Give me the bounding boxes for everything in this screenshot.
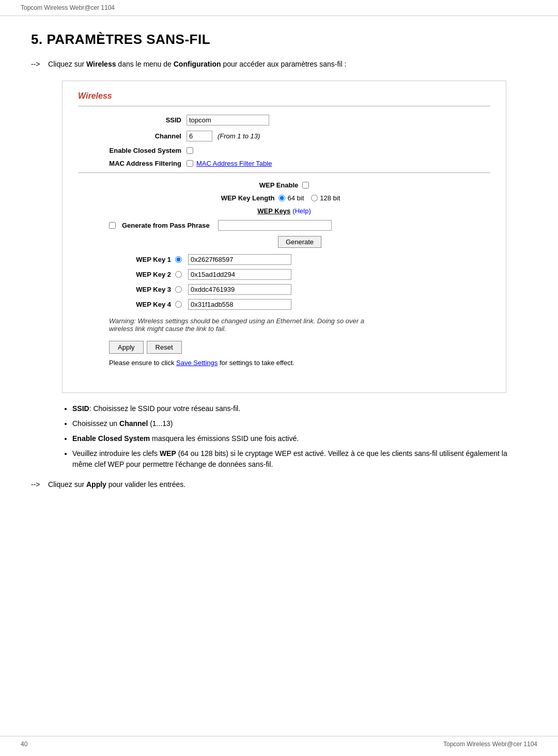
warning-text: Warning: Wireless settings should be cha… xyxy=(109,317,367,333)
wep-64bit-option: 64 bit xyxy=(278,194,304,202)
bullet-wep-text: Veuillez introduire les clefs xyxy=(72,449,160,458)
divider-middle xyxy=(78,172,490,173)
wep-key-4-radio[interactable] xyxy=(175,301,182,308)
page-title: 5. PARAMÈTRES SANS-FIL xyxy=(31,32,527,48)
wep-keys-row: WEP Keys (Help) xyxy=(78,207,490,215)
wep-keys-label: WEP Keys xyxy=(257,207,290,215)
wep-key-1-label: WEP Key 1 xyxy=(78,256,171,263)
footer-page-number: 40 xyxy=(21,741,27,748)
wep-enable-label: WEP Enable xyxy=(259,181,299,189)
wep-key-4-input[interactable] xyxy=(188,299,291,310)
generate-btn-row: Generate xyxy=(109,236,490,248)
wep-key-1-row: WEP Key 1 xyxy=(78,254,490,265)
intro-text-before: Cliquez sur xyxy=(48,60,86,68)
closed-system-row: Enable Closed System xyxy=(78,147,490,154)
bullet-closed-bold: Enable Closed System xyxy=(72,434,150,443)
bullet-channel-range: (1...13) xyxy=(148,419,173,428)
intro-text-after: pour accéder aux paramètres sans-fil : xyxy=(221,60,347,68)
wep-128bit-radio[interactable] xyxy=(311,195,318,201)
outro-arrow: --> xyxy=(31,480,40,489)
channel-hint: (From 1 to 13) xyxy=(218,132,260,140)
bullet-channel-text: Choisissez un xyxy=(72,419,119,428)
wep-key-3-radio[interactable] xyxy=(175,286,182,293)
closed-system-checkbox[interactable] xyxy=(187,147,193,154)
wep-128bit-option: 128 bit xyxy=(311,194,340,202)
channel-label: Channel xyxy=(78,132,181,140)
wep-key-4-row: WEP Key 4 xyxy=(78,299,490,310)
wireless-panel: Wireless SSID Channel (From 1 to 13) Ena… xyxy=(62,81,506,393)
mac-filter-label: MAC Address Filtering xyxy=(78,160,181,167)
wep-128bit-label: 128 bit xyxy=(320,194,340,202)
wep-key-3-row: WEP Key 3 xyxy=(78,284,490,295)
intro-text-middle: dans le menu de xyxy=(116,60,173,68)
save-notice-after: for settings to take effect. xyxy=(218,359,295,367)
action-row: Apply Reset xyxy=(109,341,490,354)
outro-apply-bold: Apply xyxy=(86,480,106,489)
bullet-channel-bold: Channel xyxy=(119,419,148,428)
bullet-closed-text: masquera les émissions SSID une fois act… xyxy=(150,434,299,443)
bullet-ssid: SSID: Choisissez le SSID pour votre rése… xyxy=(72,403,527,414)
wep-64bit-radio[interactable] xyxy=(278,195,285,201)
wep-key-4-label: WEP Key 4 xyxy=(78,301,171,308)
page-header: Topcom Wireless Webr@cer 1104 xyxy=(0,0,558,16)
wep-key-2-radio[interactable] xyxy=(175,271,182,278)
wep-help: (Help) xyxy=(292,207,311,215)
bullet-wep: Veuillez introduire les clefs WEP (64 ou… xyxy=(72,448,527,470)
wep-key-2-input[interactable] xyxy=(188,269,291,280)
wep-key-1-radio[interactable] xyxy=(175,256,182,263)
wep-key-length-label: WEP Key Length xyxy=(221,194,275,202)
wep-key-2-label: WEP Key 2 xyxy=(78,271,171,278)
mac-filter-checkbox[interactable] xyxy=(187,160,193,167)
outro-text-before: Cliquez sur xyxy=(48,480,86,489)
mac-filter-link[interactable]: MAC Address Filter Table xyxy=(196,160,272,167)
mac-filter-row: MAC Address Filtering MAC Address Filter… xyxy=(78,160,490,167)
save-notice-before: Please ensure to click xyxy=(109,359,176,367)
ssid-input[interactable] xyxy=(187,115,269,125)
page-footer: 40 Topcom Wireless Webr@cer 1104 xyxy=(0,736,558,748)
wep-key-3-input[interactable] xyxy=(188,284,291,295)
bullet-closed-system: Enable Closed System masquera les émissi… xyxy=(72,433,527,444)
wep-64bit-label: 64 bit xyxy=(287,194,304,202)
wireless-title: Wireless xyxy=(78,91,490,101)
wep-key-3-label: WEP Key 3 xyxy=(78,286,171,293)
intro-arrow: --> xyxy=(31,60,40,68)
wep-help-link[interactable]: (Help) xyxy=(292,207,311,215)
wep-enable-checkbox[interactable] xyxy=(302,182,309,188)
generate-checkbox[interactable] xyxy=(109,222,116,229)
intro-wireless-bold: Wireless xyxy=(86,60,116,68)
ssid-row: SSID xyxy=(78,115,490,125)
save-notice: Please ensure to click Save Settings for… xyxy=(109,359,490,367)
channel-row: Channel (From 1 to 13) xyxy=(78,131,490,141)
wep-key-length-row: WEP Key Length 64 bit 128 bit xyxy=(78,194,490,202)
generate-row: Generate from Pass Phrase xyxy=(109,220,490,231)
bullet-channel: Choisissez un Channel (1...13) xyxy=(72,418,527,429)
channel-input[interactable] xyxy=(187,131,212,141)
bullet-list: SSID: Choisissez le SSID pour votre rése… xyxy=(72,403,527,470)
ssid-label: SSID xyxy=(78,116,181,124)
reset-button[interactable]: Reset xyxy=(147,341,182,354)
footer-brand: Topcom Wireless Webr@cer 1104 xyxy=(443,741,537,748)
wep-key-1-input[interactable] xyxy=(188,254,291,265)
bullet-ssid-bold: SSID xyxy=(72,404,89,413)
save-settings-link[interactable]: Save Settings xyxy=(176,359,218,367)
generate-label: Generate from Pass Phrase xyxy=(122,222,210,229)
passphrase-input[interactable] xyxy=(218,220,332,231)
generate-button[interactable]: Generate xyxy=(278,236,321,248)
wep-key-2-row: WEP Key 2 xyxy=(78,269,490,280)
outro-text-after: pour valider les entrées. xyxy=(106,480,185,489)
bullet-wep-bold: WEP xyxy=(160,449,176,458)
bullet-ssid-text: : Choisissez le SSID pour votre réseau s… xyxy=(89,404,241,413)
apply-button[interactable]: Apply xyxy=(109,341,144,354)
wep-enable-row: WEP Enable xyxy=(78,181,490,189)
closed-system-label: Enable Closed System xyxy=(78,147,181,154)
outro-paragraph: --> Cliquez sur Apply pour valider les e… xyxy=(31,480,527,489)
intro-paragraph: --> Cliquez sur Wireless dans le menu de… xyxy=(31,60,527,68)
divider-top xyxy=(78,106,490,106)
intro-config-bold: Configuration xyxy=(174,60,221,68)
